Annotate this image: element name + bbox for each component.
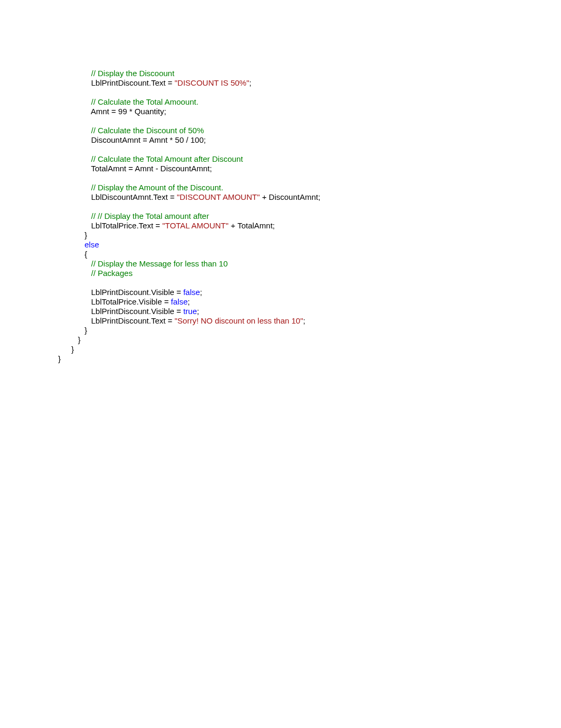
token-plain: ;: [197, 307, 199, 316]
code-line: TotalAmnt = Amnt - DiscountAmnt;: [58, 164, 561, 173]
code-line: // Calculate the Total Amoount.: [58, 97, 561, 107]
token-plain: + TotalAmnt;: [229, 221, 275, 230]
token-plain: LblPrintDiscount.Text =: [91, 316, 175, 325]
token-comment: // Display the Discoount: [91, 69, 175, 78]
code-line: LblDiscountAmnt.Text = "DISCOUNT AMOUNT"…: [58, 192, 561, 202]
token-plain: ;: [249, 78, 251, 87]
token-plain: LblPrintDiscount.Text =: [91, 78, 175, 87]
code-line: LblPrintDiscount.Text = "Sorry! NO disco…: [58, 316, 561, 326]
token-comment: // Calculate the Total Amount after Disc…: [91, 154, 243, 163]
token-plain: Amnt = 99 * Quantity;: [91, 107, 166, 116]
token-keyword: false: [171, 297, 188, 306]
token-comment: // Display the Amount of the Discount.: [91, 183, 223, 192]
token-string: "TOTAL AMOUNT": [162, 221, 228, 230]
token-plain: }: [85, 326, 87, 335]
code-line: // Packages: [58, 269, 561, 278]
code-line: // Calculate the Discount of 50%: [58, 126, 561, 135]
code-line: DiscountAmnt = Amnt * 50 / 100;: [58, 135, 561, 145]
code-line: LblPrintDiscount.Visible = false;: [58, 288, 561, 297]
code-line: // Calculate the Total Amount after Disc…: [58, 154, 561, 164]
token-plain: ;: [200, 288, 202, 297]
code-line: }: [58, 345, 561, 354]
token-comment: // Calculate the Total Amoount.: [91, 97, 199, 106]
token-plain: ;: [303, 316, 305, 325]
code-line: LblPrintDiscount.Text = "DISCOUNT IS 50%…: [58, 78, 561, 88]
code-line: [58, 202, 561, 211]
token-plain: LblPrintDiscount.Visible =: [91, 307, 183, 316]
code-line: [58, 145, 561, 154]
token-plain: LblDiscountAmnt.Text =: [91, 192, 177, 201]
token-comment: // // Display the Total amount after: [91, 211, 209, 220]
token-string: "DISCOUNT IS 50%": [175, 78, 249, 87]
code-block: // Display the Discoount LblPrintDiscoun…: [0, 0, 561, 364]
code-line: {: [58, 250, 561, 259]
code-line: [58, 173, 561, 183]
code-line: // // Display the Total amount after: [58, 211, 561, 221]
token-plain: }: [58, 354, 61, 363]
code-line: [58, 88, 561, 97]
code-line: Amnt = 99 * Quantity;: [58, 107, 561, 116]
code-line: [58, 278, 561, 288]
token-comment: // Packages: [91, 269, 133, 278]
code-line: // Display the Discoount: [58, 69, 561, 78]
token-comment: // Calculate the Discount of 50%: [91, 126, 204, 135]
code-line: [58, 116, 561, 126]
token-string: "DISCOUNT AMOUNT": [177, 192, 260, 201]
token-plain: LblPrintDiscount.Visible =: [91, 288, 183, 297]
code-line: }: [58, 335, 561, 345]
token-plain: DiscountAmnt = Amnt * 50 / 100;: [91, 135, 206, 144]
code-line: LblPrintDiscount.Visible = true;: [58, 307, 561, 316]
token-plain: }: [71, 345, 74, 354]
token-plain: }: [85, 231, 87, 239]
token-plain: LblTotalPrice.Visible =: [91, 297, 171, 306]
token-plain: TotalAmnt = Amnt - DiscountAmnt;: [91, 164, 212, 173]
code-line: LblTotalPrice.Visible = false;: [58, 297, 561, 307]
token-plain: }: [78, 335, 81, 344]
token-comment: // Display the Message for less than 10: [91, 259, 228, 268]
code-line: }: [58, 326, 561, 335]
code-line: else: [58, 240, 561, 250]
code-line: // Display the Message for less than 10: [58, 259, 561, 269]
token-string: "Sorry! NO discount on less than 10": [175, 316, 303, 325]
token-keyword: false: [183, 288, 200, 297]
token-plain: ;: [188, 297, 190, 306]
token-plain: LblTotalPrice.Text =: [91, 221, 163, 230]
code-line: }: [58, 231, 561, 240]
code-line: LblTotalPrice.Text = "TOTAL AMOUNT" + To…: [58, 221, 561, 231]
code-line: // Display the Amount of the Discount.: [58, 183, 561, 192]
code-line: }: [58, 354, 561, 364]
token-plain: + DiscountAmnt;: [260, 192, 321, 201]
token-keyword: true: [183, 307, 197, 316]
token-plain: {: [85, 250, 87, 259]
token-keyword: else: [85, 240, 99, 249]
